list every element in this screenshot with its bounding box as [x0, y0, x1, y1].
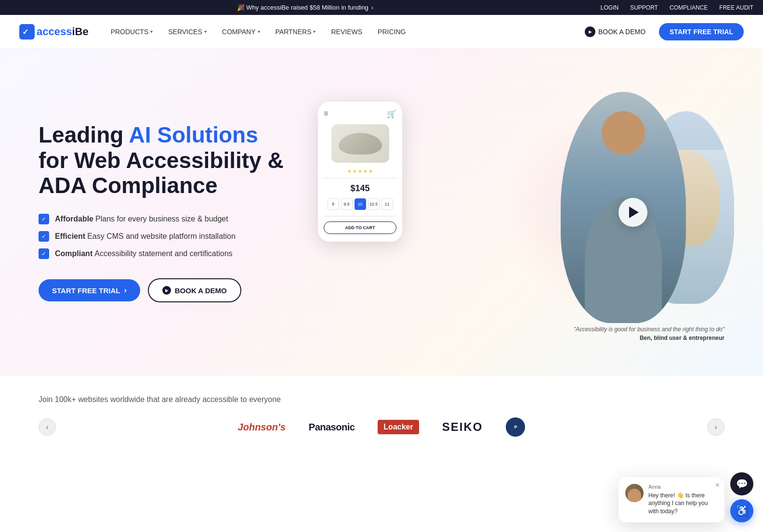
play-icon: ▶	[585, 26, 595, 37]
brand-johnsons: Johnson's	[238, 422, 286, 433]
check-icon: ✓	[39, 248, 49, 259]
cart-icon: 🛒	[387, 109, 396, 118]
check-icon: ✓	[39, 214, 49, 224]
book-demo-button[interactable]: ▶ BOOK A DEMO	[577, 23, 653, 41]
feature-efficient: ✓ EfficientEasy CMS and website platform…	[39, 231, 289, 242]
chevron-down-icon: ▾	[204, 29, 207, 34]
brand-pillsbury: P	[506, 417, 525, 437]
logos-title: Join 100k+ websites worldwide that are a…	[39, 395, 724, 404]
login-link[interactable]: LOGIN	[601, 4, 618, 11]
hero-features: ✓ AffordablePlans for every business siz…	[39, 214, 289, 259]
main-nav: ✓ accessiBe PRODUCTS ▾ SERVICES ▾ COMPAN…	[0, 15, 763, 49]
phone-header: ≡ 🛒	[324, 109, 396, 118]
play-triangle-icon	[629, 207, 639, 218]
top-banner: 🎉 Why accessiBe raised $58 Million in fu…	[0, 0, 763, 15]
arrow-left-icon: ‹	[46, 423, 49, 431]
feature-compliant: ✓ CompliantAccessibility statement and c…	[39, 248, 289, 259]
shoe-shape	[339, 133, 382, 155]
logos-next-button[interactable]: ›	[707, 418, 724, 436]
arrow-right-icon: ›	[124, 286, 126, 295]
nav-links: PRODUCTS ▾ SERVICES ▾ COMPANY ▾ PARTNERS…	[104, 24, 577, 39]
arrow-right-icon: ›	[715, 423, 717, 431]
size-10[interactable]: 10	[355, 198, 366, 210]
product-image	[331, 124, 389, 163]
support-link[interactable]: SUPPORT	[630, 4, 658, 11]
logo-text: accessiBe	[37, 26, 89, 38]
add-to-cart-button[interactable]: ADD TO CART	[324, 221, 396, 234]
logos-track: Johnson's Panasonic Loacker SEIKO P	[56, 417, 707, 437]
chevron-down-icon: ▾	[150, 29, 153, 34]
nav-item-services[interactable]: SERVICES ▾	[161, 24, 213, 39]
start-trial-button[interactable]: START FREE TRIAL	[659, 23, 744, 40]
size-selector: 9 9.5 10 10.5 11	[324, 198, 396, 210]
size-11[interactable]: 11	[382, 198, 393, 210]
brand-panasonic: Panasonic	[309, 422, 355, 433]
divider	[324, 216, 396, 217]
brand-seiko: SEIKO	[442, 420, 483, 434]
nav-item-partners[interactable]: PARTNERS ▾	[269, 24, 323, 39]
phone-mockup: ≡ 🛒 ★ ★ ★ ★ ★ $145 9 9.5 10 10.5 11	[318, 102, 402, 242]
feature-affordable: ✓ AffordablePlans for every business siz…	[39, 214, 289, 224]
product-rating: ★ ★ ★ ★ ★	[324, 169, 396, 174]
hero-left: Leading AI Solutions for Web Accessibili…	[39, 122, 289, 303]
size-9-5[interactable]: 9.5	[341, 198, 353, 210]
hero-trial-button[interactable]: START FREE TRIAL ›	[39, 279, 140, 301]
svg-text:✓: ✓	[22, 28, 28, 36]
logo[interactable]: ✓ accessiBe	[19, 24, 89, 39]
brand-loacker: Loacker	[378, 420, 419, 434]
size-10-5[interactable]: 10.5	[368, 198, 380, 210]
logos-section: Join 100k+ websites worldwide that are a…	[0, 376, 763, 456]
size-9[interactable]: 9	[328, 198, 339, 210]
chevron-down-icon: ▾	[313, 29, 316, 34]
banner-text: 🎉 Why accessiBe raised $58 Million in fu…	[237, 4, 368, 11]
divider	[324, 178, 396, 179]
nav-item-reviews[interactable]: REVIEWS	[324, 24, 369, 39]
free-audit-link[interactable]: FREE AUDIT	[719, 4, 753, 11]
play-icon: ▶	[162, 286, 171, 295]
menu-icon: ≡	[324, 109, 328, 118]
chevron-down-icon: ▾	[258, 29, 260, 34]
play-button[interactable]	[618, 198, 647, 227]
banner-arrow: ›	[371, 4, 373, 11]
logos-prev-button[interactable]: ‹	[39, 418, 56, 436]
hero-right: ≡ 🛒 ★ ★ ★ ★ ★ $145 9 9.5 10 10.5 11	[289, 92, 724, 333]
nav-item-products[interactable]: PRODUCTS ▾	[104, 24, 160, 39]
hero-quote: "Accessibility is good for business and …	[574, 325, 724, 342]
logo-icon: ✓	[19, 24, 35, 39]
banner-content: 🎉 Why accessiBe raised $58 Million in fu…	[237, 4, 374, 11]
banner-links: LOGIN SUPPORT COMPLIANCE FREE AUDIT	[601, 4, 753, 11]
compliance-link[interactable]: COMPLIANCE	[670, 4, 708, 11]
nav-actions: ▶ BOOK A DEMO START FREE TRIAL	[577, 23, 744, 41]
product-price: $145	[324, 183, 396, 194]
logos-row: ‹ Johnson's Panasonic Loacker SEIKO P ›	[39, 417, 724, 437]
hero-section: Leading AI Solutions for Web Accessibili…	[0, 49, 763, 376]
hero-buttons: START FREE TRIAL › ▶ BOOK A DEMO	[39, 278, 289, 302]
check-icon: ✓	[39, 231, 49, 242]
nav-item-pricing[interactable]: PRICING	[371, 24, 412, 39]
hero-demo-button[interactable]: ▶ BOOK A DEMO	[148, 278, 241, 302]
hero-title: Leading AI Solutions for Web Accessibili…	[39, 122, 289, 199]
nav-item-company[interactable]: COMPANY ▾	[215, 24, 267, 39]
